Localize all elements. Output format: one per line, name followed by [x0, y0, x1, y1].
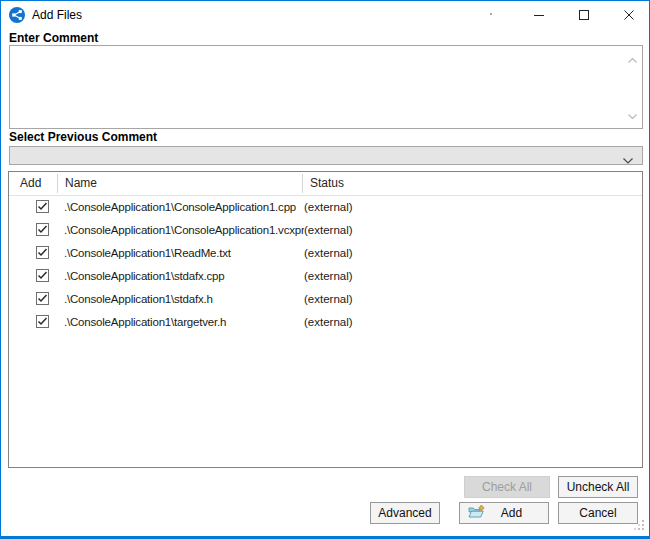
column-header-name[interactable]: Name — [65, 176, 97, 190]
add-button[interactable]: Add — [459, 502, 549, 524]
file-status: (external) — [304, 293, 357, 305]
file-row[interactable]: .\ConsoleApplication1\ReadMe.txt (extern… — [9, 242, 642, 265]
check-icon — [37, 201, 48, 212]
uncheck-all-button[interactable]: Uncheck All — [558, 476, 638, 498]
add-files-dialog: Add Files Enter Comment Select Previous … — [0, 0, 650, 539]
comment-textarea[interactable] — [9, 45, 643, 129]
chevron-down-icon — [623, 153, 633, 167]
window-title: Add Files — [32, 8, 82, 22]
file-list-header: Add Name Status — [9, 172, 642, 196]
file-checkbox[interactable] — [36, 246, 49, 259]
file-name: .\ConsoleApplication1\targetver.h — [64, 316, 226, 328]
app-share-icon — [9, 7, 25, 23]
file-checkbox[interactable] — [36, 292, 49, 305]
previous-comment-label: Select Previous Comment — [9, 130, 157, 144]
file-row[interactable]: .\ConsoleApplication1\stdafx.cpp (extern… — [9, 265, 642, 288]
check-icon — [37, 247, 48, 258]
file-name: .\ConsoleApplication1\ConsoleApplication… — [64, 224, 313, 236]
file-status: (external) — [304, 247, 357, 259]
file-row[interactable]: .\ConsoleApplication1\ConsoleApplication… — [9, 196, 642, 219]
file-name: .\ConsoleApplication1\ConsoleApplication… — [64, 201, 296, 213]
minimize-icon — [534, 10, 544, 20]
file-status: (external) — [304, 270, 357, 282]
previous-comment-dropdown[interactable] — [9, 146, 643, 165]
titlebar-dot — [490, 13, 492, 15]
file-list-body: .\ConsoleApplication1\ConsoleApplication… — [9, 196, 642, 467]
add-button-label: Add — [485, 506, 538, 520]
file-name: .\ConsoleApplication1\ReadMe.txt — [64, 247, 231, 259]
file-row[interactable]: .\ConsoleApplication1\ConsoleApplication… — [9, 219, 642, 242]
comment-scrollbar[interactable] — [624, 47, 641, 127]
resize-grip[interactable] — [634, 520, 645, 534]
file-checkbox[interactable] — [36, 315, 49, 328]
file-checkbox[interactable] — [36, 269, 49, 282]
check-icon — [37, 224, 48, 235]
file-status: (external) — [304, 201, 357, 213]
column-header-status[interactable]: Status — [310, 176, 344, 190]
column-separator[interactable] — [57, 174, 58, 193]
close-icon — [624, 10, 634, 20]
file-checkbox[interactable] — [36, 200, 49, 213]
enter-comment-label: Enter Comment — [9, 31, 98, 45]
check-icon — [37, 316, 48, 327]
close-button[interactable] — [606, 1, 650, 29]
maximize-icon — [579, 10, 589, 20]
check-all-button: Check All — [464, 476, 550, 498]
file-name: .\ConsoleApplication1\stdafx.h — [64, 293, 213, 305]
column-separator[interactable] — [302, 174, 303, 193]
file-list: Add Name Status .\ConsoleApplication1\Co… — [8, 171, 643, 468]
advanced-button[interactable]: Advanced — [370, 502, 440, 524]
file-row[interactable]: .\ConsoleApplication1\stdafx.h (external… — [9, 288, 642, 311]
titlebar: Add Files — [1, 1, 649, 29]
file-name: .\ConsoleApplication1\stdafx.cpp — [64, 270, 224, 282]
file-row[interactable]: .\ConsoleApplication1\targetver.h (exter… — [9, 311, 642, 334]
file-checkbox[interactable] — [36, 223, 49, 236]
maximize-button[interactable] — [561, 1, 606, 29]
check-icon — [37, 293, 48, 304]
minimize-button[interactable] — [516, 1, 561, 29]
check-icon — [37, 270, 48, 281]
scroll-down-icon[interactable] — [628, 108, 637, 122]
column-header-add[interactable]: Add — [20, 176, 41, 190]
file-status: (external) — [304, 316, 357, 328]
scroll-up-icon[interactable] — [628, 52, 637, 66]
open-folder-plus-icon — [468, 504, 485, 522]
cancel-button[interactable]: Cancel — [558, 502, 638, 524]
file-status: (external) — [304, 224, 357, 236]
